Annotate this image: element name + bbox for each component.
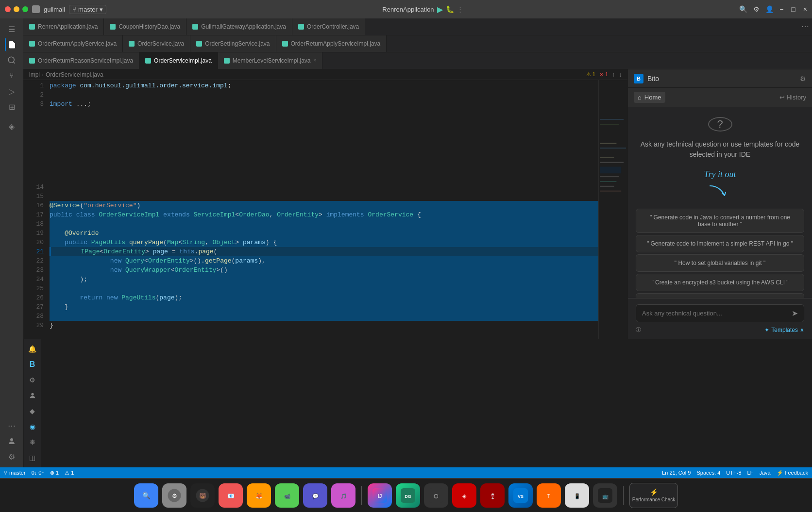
more-icon[interactable]: ⋯ bbox=[5, 419, 18, 432]
branch-selector[interactable]: ⑂ master ▾ bbox=[69, 5, 106, 14]
editor-area: RenrenApplication.java CouponHistoryDao.… bbox=[23, 18, 812, 467]
scroll-up-icon[interactable]: ↑ bbox=[612, 71, 615, 78]
bito-help-icon[interactable]: ⓘ bbox=[636, 326, 641, 333]
search-icon[interactable] bbox=[5, 53, 18, 67]
tab-ordercontroller[interactable]: OrderController.java bbox=[292, 18, 365, 35]
tab-ordersettingservice[interactable]: OrderSettingService.java bbox=[190, 35, 276, 52]
spaces-status[interactable]: Spaces: 4 bbox=[696, 470, 720, 476]
feedback-status[interactable]: ⚡ Feedback bbox=[777, 470, 808, 476]
more-button[interactable]: ⋮ bbox=[457, 6, 463, 13]
tab-orderreturnapplyserviceimpl[interactable]: OrderReturnApplyServiceImpl.java bbox=[276, 35, 387, 52]
eol-status[interactable]: LF bbox=[747, 470, 754, 476]
bito-suggestion-1[interactable]: " Generate code in Java to convert a num… bbox=[636, 209, 804, 233]
user-icon[interactable] bbox=[27, 390, 38, 401]
dock-system-prefs[interactable]: ⚙ bbox=[162, 483, 186, 508]
bito-suggestion-2[interactable]: " Generate code to implement a simple RE… bbox=[636, 235, 804, 252]
run-button[interactable]: ▶ bbox=[437, 5, 443, 14]
files-icon[interactable] bbox=[5, 38, 18, 51]
warnings-status-item[interactable]: ⚠ 1 bbox=[65, 470, 74, 476]
tab-orderreturnreasonserviceimpl[interactable]: OrderReturnReasonServiceImpl.java bbox=[23, 52, 139, 69]
close-button[interactable]: × bbox=[803, 5, 807, 13]
gear-icon[interactable]: ⚙ bbox=[27, 374, 38, 386]
dock-app8[interactable]: 🎵 bbox=[331, 483, 355, 508]
settings-icon[interactable]: ⚙ bbox=[753, 5, 760, 13]
dock-vscode[interactable]: VS bbox=[508, 483, 533, 508]
svg-rect-9 bbox=[600, 167, 621, 174]
tab-orderserviceimpl[interactable]: OrderServiceImpl.java bbox=[139, 52, 218, 69]
tab-orderservice[interactable]: OrderService.java bbox=[123, 35, 190, 52]
bito-suggestion-4[interactable]: " Create an encrypted s3 bucket using th… bbox=[636, 274, 804, 291]
branch-status-icon: ⑂ bbox=[4, 470, 7, 476]
dock-app13[interactable]: 📱 bbox=[565, 483, 589, 508]
plugin2-icon[interactable]: ◉ bbox=[27, 421, 38, 432]
sync-status-item[interactable]: 0↓ 0↑ bbox=[32, 470, 44, 476]
app-icon bbox=[32, 5, 40, 13]
language-status[interactable]: Java bbox=[759, 470, 770, 476]
dock-finder[interactable]: 🔍 bbox=[134, 483, 158, 508]
templates-chevron: ∧ bbox=[800, 327, 804, 333]
minimize-traffic-light[interactable] bbox=[14, 6, 19, 12]
tab-label: GulimallGatewayApplication.java bbox=[201, 23, 286, 30]
dock-app6[interactable]: 📹 bbox=[275, 483, 299, 508]
dock-app5[interactable]: 🦊 bbox=[247, 483, 271, 508]
code-line bbox=[50, 109, 598, 118]
plugin3-icon[interactable]: ❋ bbox=[27, 436, 38, 448]
scroll-down-icon[interactable]: ↓ bbox=[619, 71, 622, 78]
close-traffic-light[interactable] bbox=[5, 6, 11, 12]
dock-app9[interactable]: ⬡ bbox=[424, 483, 448, 508]
debug-button[interactable]: 🐛 bbox=[446, 5, 454, 13]
tab-more-row1[interactable]: ⋯ bbox=[798, 18, 812, 35]
tab-gateway[interactable]: GulimallGatewayApplication.java bbox=[186, 18, 292, 35]
remote-icon[interactable]: ◈ bbox=[5, 119, 18, 133]
user-icon[interactable]: 👤 bbox=[765, 5, 774, 13]
code-line: public class OrderServiceImpl extends Se… bbox=[50, 210, 598, 219]
hamburger-menu-icon[interactable]: ☰ bbox=[5, 22, 18, 36]
search-icon[interactable]: 🔍 bbox=[739, 5, 747, 13]
tab-couponhistory[interactable]: CouponHistoryDao.java bbox=[104, 18, 186, 35]
bito-plugin-icon[interactable]: B bbox=[27, 359, 38, 370]
dock-app3[interactable]: 🐻 bbox=[190, 483, 215, 508]
minimize-button[interactable]: − bbox=[779, 5, 783, 13]
bito-nav-home[interactable]: ⌂ Home bbox=[634, 92, 665, 103]
dock-datagrip[interactable]: DG bbox=[396, 483, 420, 508]
dock-app14[interactable]: 📺 bbox=[593, 483, 617, 508]
tab-memberlevelserviceimpl[interactable]: MemberLevelServiceImpl.java × bbox=[218, 52, 323, 69]
bito-header-icons: ⚙ bbox=[800, 75, 806, 83]
bito-input[interactable] bbox=[642, 310, 792, 317]
restore-button[interactable]: □ bbox=[791, 5, 795, 13]
bito-templates-button[interactable]: ✦ Templates ∧ bbox=[764, 327, 804, 333]
bito-settings-icon[interactable]: ⚙ bbox=[800, 75, 806, 83]
run-debug-icon[interactable]: ▷ bbox=[5, 84, 18, 98]
errors-status-item[interactable]: ⊗ 1 bbox=[50, 470, 59, 476]
maximize-traffic-light[interactable] bbox=[22, 6, 28, 12]
tab-orderreturnapplyservice[interactable]: OrderReturnApplyService.java bbox=[23, 35, 123, 52]
tab-renren[interactable]: RenrenApplication.java bbox=[23, 18, 104, 35]
dock-app7[interactable]: 💬 bbox=[303, 483, 327, 508]
notification-icon[interactable]: 🔔 bbox=[27, 343, 38, 355]
encoding-status[interactable]: UTF-8 bbox=[726, 470, 741, 476]
line-col-status[interactable]: Ln 21, Col 9 bbox=[662, 470, 691, 476]
bito-nav-history[interactable]: ↩ History bbox=[779, 94, 806, 101]
extensions-icon[interactable]: ⊞ bbox=[5, 100, 18, 114]
dock-app12[interactable]: T bbox=[537, 483, 561, 508]
tab-close-icon[interactable]: × bbox=[314, 58, 317, 63]
source-control-icon[interactable]: ⑂ bbox=[5, 69, 18, 83]
dock-intellij[interactable]: IJ bbox=[368, 483, 392, 508]
bito-send-button[interactable]: ➤ bbox=[792, 309, 798, 318]
code-editor[interactable]: 1 2 3 14 15 16 17 bbox=[23, 80, 627, 339]
accounts-icon[interactable] bbox=[5, 434, 18, 448]
database-icon[interactable]: ◫ bbox=[27, 452, 38, 463]
title-bar-left: gulimall ⑂ master ▾ bbox=[5, 5, 106, 14]
plugin1-icon[interactable]: ◆ bbox=[27, 405, 38, 417]
svg-text:🍷: 🍷 bbox=[490, 493, 496, 499]
dock-app4[interactable]: 📧 bbox=[219, 483, 243, 508]
dock-app10[interactable]: ◈ bbox=[452, 483, 476, 508]
bito-suggestion-5[interactable]: " Explain B+ trees, give an example with… bbox=[636, 293, 804, 298]
settings-icon[interactable]: ⚙ bbox=[5, 450, 18, 463]
svg-rect-6 bbox=[600, 148, 626, 149]
branch-status-item[interactable]: ⑂ master bbox=[4, 470, 26, 476]
tab-label: OrderSettingService.java bbox=[205, 40, 270, 47]
bito-suggestion-3[interactable]: " How to set global variables in git " bbox=[636, 254, 804, 272]
dock-perf-check[interactable]: ⚡ Performance Check bbox=[629, 483, 678, 508]
dock-app11[interactable]: 🍷 bbox=[480, 483, 505, 508]
